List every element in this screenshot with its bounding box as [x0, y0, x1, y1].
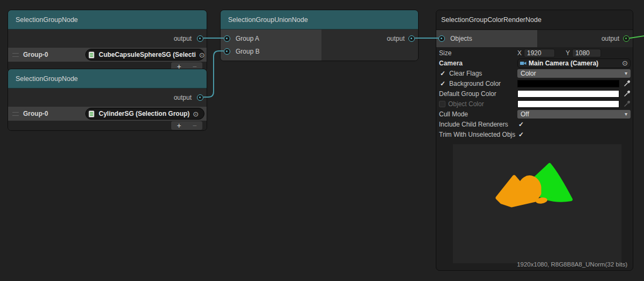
clear-flags-label: Clear Flags	[449, 70, 482, 77]
group-row[interactable]: Group-0 CubeCapsuleSphereSG (Selecti ⊙	[8, 48, 207, 62]
include-child-renderers-row: Include Child Renderers ✓	[436, 119, 633, 129]
clear-flags-checkbox[interactable]: ✓	[439, 70, 447, 77]
selection-group-node-2[interactable]: SelectionGroupNode output Group-0 Cylind…	[8, 69, 207, 131]
include-child-renderers-label: Include Child Renderers	[439, 121, 508, 128]
group-row[interactable]: Group-0 CylinderSG (Selection Group) ⊙	[8, 107, 207, 121]
eyedropper-icon	[624, 100, 631, 107]
default-group-color-label: Default Group Color	[439, 90, 496, 98]
object-field-value: CylinderSG (Selection Group)	[99, 110, 189, 117]
eyedropper-icon[interactable]	[624, 90, 631, 97]
cull-mode-value: Off	[521, 110, 529, 118]
output-row: output	[8, 88, 207, 107]
input-row-group-b: Group B	[221, 45, 418, 58]
node-header[interactable]: SelectionGroupUnionNode	[221, 10, 418, 29]
output-port-label: output	[174, 35, 192, 42]
list-footer: + −	[8, 121, 207, 130]
node-header[interactable]: SelectionGroupColorRenderNode	[436, 10, 633, 30]
output-port-label: output	[387, 35, 405, 42]
selection-group-asset-icon	[89, 51, 94, 58]
node-title: SelectionGroupColorRenderNode	[441, 16, 541, 24]
camera-label: Camera	[439, 60, 463, 67]
output-port[interactable]	[408, 35, 415, 42]
camera-object-field[interactable]: Main Camera (Camera) ⊙	[517, 58, 631, 68]
object-color-label: Object Color	[448, 100, 484, 108]
trim-with-unselected-checkbox[interactable]: ✓	[517, 131, 525, 138]
camera-row: Camera Main Camera (Camera) ⊙	[436, 58, 633, 68]
size-y-field[interactable]: 1080	[572, 49, 601, 57]
camera-field-value: Main Camera (Camera)	[529, 60, 621, 67]
output-port-label: output	[602, 35, 619, 42]
background-color-swatch[interactable]	[517, 80, 619, 87]
size-x-label: X	[517, 49, 522, 57]
size-y-label: Y	[566, 49, 570, 57]
object-field-value: CubeCapsuleSphereSG (Selecti	[99, 51, 196, 58]
trim-with-unselected-label: Trim With Unselected Objs	[439, 131, 515, 138]
eyedropper-icon[interactable]	[624, 80, 631, 87]
object-picker-icon[interactable]: ⊙	[199, 51, 205, 58]
object-picker-icon[interactable]: ⊙	[193, 110, 199, 117]
output-port[interactable]	[623, 35, 630, 42]
node-inspector: Size X 1920 Y 1080 Camera Main Camera (C…	[436, 48, 633, 139]
camera-picker-icon[interactable]: ⊙	[622, 60, 628, 66]
object-field[interactable]: CylinderSG (Selection Group) ⊙	[85, 108, 204, 120]
node-title: SelectionGroupNode	[16, 16, 78, 24]
list-buttons: + −	[171, 121, 202, 130]
chevron-down-icon: ▾	[625, 111, 627, 117]
background-color-row: ✓ Background Color	[436, 78, 633, 88]
clear-flags-dropdown[interactable]: Color ▾	[517, 69, 631, 78]
input-port-group-b[interactable]	[224, 48, 230, 55]
node-graph-canvas[interactable]: SelectionGroupNode output Group-0 CubeCa…	[0, 0, 644, 281]
node-title: SelectionGroupNode	[16, 75, 78, 83]
output-port[interactable]	[197, 35, 203, 42]
union-node-body: Group A Group B output	[221, 29, 418, 61]
selection-group-color-render-node[interactable]: SelectionGroupColorRenderNode Objects ou…	[436, 10, 633, 271]
input-port-objects[interactable]	[438, 35, 445, 42]
drag-handle-icon[interactable]	[12, 53, 19, 57]
drag-handle-icon[interactable]	[12, 112, 19, 116]
group-name: Group-0	[23, 110, 48, 117]
trim-with-unselected-row: Trim With Unselected Objs ✓	[436, 129, 633, 139]
render-preview-image	[453, 144, 621, 263]
node-header[interactable]: SelectionGroupNode	[8, 10, 207, 29]
preview-orange-shape	[497, 177, 539, 205]
object-field[interactable]: CubeCapsuleSphereSG (Selecti ⊙	[85, 49, 204, 61]
output-port-label: output	[174, 94, 192, 101]
output-row: output	[8, 29, 207, 48]
object-color-row: Object Color	[436, 99, 633, 109]
default-group-color-row: Default Group Color	[436, 88, 633, 99]
object-color-swatch	[517, 100, 619, 108]
input-port-label: Group B	[236, 48, 260, 55]
selection-group-node-1[interactable]: SelectionGroupNode output Group-0 CubeCa…	[8, 10, 207, 72]
size-row: Size X 1920 Y 1080	[436, 48, 633, 58]
input-port-label: Objects	[450, 35, 472, 42]
input-port-label: Group A	[236, 35, 259, 42]
remove-group-button[interactable]: −	[192, 122, 196, 129]
input-port-group-a[interactable]	[224, 35, 230, 42]
add-group-button[interactable]: +	[177, 122, 181, 129]
cull-mode-dropdown[interactable]: Off ▾	[517, 110, 631, 119]
cull-mode-row: Cull Mode Off ▾	[436, 109, 633, 119]
output-port[interactable]	[197, 94, 203, 101]
background-color-checkbox[interactable]: ✓	[439, 80, 447, 87]
background-color-label: Background Color	[449, 80, 501, 87]
include-child-renderers-checkbox[interactable]: ✓	[517, 121, 525, 128]
node-title: SelectionGroupUnionNode	[228, 16, 308, 24]
cull-mode-label: Cull Mode	[439, 110, 468, 118]
objects-port-row: Objects output	[436, 30, 633, 47]
camera-icon	[520, 61, 526, 66]
selection-group-union-node[interactable]: SelectionGroupUnionNode Group A Group B …	[220, 10, 419, 61]
object-color-checkbox[interactable]	[439, 101, 445, 107]
preview-format-caption: 1920x1080, R8G8B8A8_UNorm(32 bits)	[517, 261, 627, 268]
node-header[interactable]: SelectionGroupNode	[8, 69, 207, 88]
default-group-color-swatch[interactable]	[517, 90, 619, 98]
chevron-down-icon: ▾	[625, 70, 627, 76]
clear-flags-value: Color	[521, 70, 536, 77]
clear-flags-row: ✓ Clear Flags Color ▾	[436, 68, 633, 78]
size-x-field[interactable]: 1920	[524, 49, 555, 57]
group-name: Group-0	[23, 51, 48, 58]
selection-group-asset-icon	[89, 110, 94, 117]
size-label: Size	[439, 49, 451, 57]
